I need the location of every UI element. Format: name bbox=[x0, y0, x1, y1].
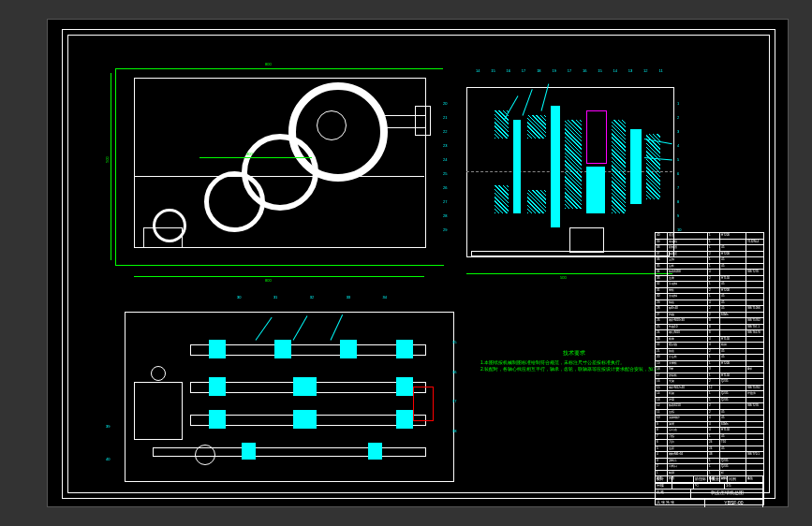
pulley-hub bbox=[317, 110, 347, 140]
balloon: 19 bbox=[552, 68, 555, 82]
tb-empty bbox=[694, 483, 725, 489]
tb-row: 批准 剥皮压缩机总图 bbox=[656, 489, 763, 500]
bom-cell: 45 bbox=[720, 257, 746, 263]
dim-line-v bbox=[111, 73, 111, 260]
bom-cell: 进料斗 bbox=[668, 459, 708, 464]
bom-cell bbox=[746, 464, 763, 470]
motor-plan bbox=[569, 227, 604, 253]
sheet-border: 800 500 bbox=[62, 29, 775, 499]
balloon: 12 bbox=[643, 68, 647, 82]
bom-cell: 从动轴 bbox=[668, 282, 708, 287]
balloon: 1 bbox=[677, 101, 687, 106]
bom-cell: 主轴 bbox=[668, 257, 708, 263]
balloon-plan-right: 35363738 bbox=[452, 340, 462, 433]
bom-cell bbox=[746, 252, 763, 257]
bom-cell: 45 bbox=[720, 294, 746, 300]
bom-cell: 45 bbox=[720, 416, 746, 421]
bom-cell: 2 bbox=[708, 276, 720, 282]
tb-row: 共 张 第 张 YBSF-00 bbox=[656, 500, 763, 507]
balloon-row-top: 14151617181917161514131211 bbox=[476, 68, 663, 82]
bom-cell bbox=[746, 361, 763, 367]
model-space[interactable]: 800 500 bbox=[47, 19, 789, 507]
bom-cell bbox=[746, 288, 763, 294]
balloon: 9 bbox=[677, 213, 687, 218]
tb-check-name bbox=[672, 483, 694, 489]
drawing-number: YBSF-00 bbox=[705, 500, 763, 507]
bom-cell: 1 bbox=[708, 391, 720, 397]
bom-cell: T10 bbox=[720, 440, 746, 446]
bom-cell bbox=[720, 318, 746, 324]
bom-cell: 2 bbox=[708, 410, 720, 416]
bom-cell: 2 bbox=[708, 313, 720, 318]
bom-cell: 45 bbox=[720, 434, 746, 440]
balloon: 16 bbox=[507, 68, 510, 82]
tb-row: 设计 阶段标记 重量 比例 bbox=[656, 476, 763, 483]
balloon: 21 bbox=[443, 115, 452, 120]
bom-cell: 20 bbox=[656, 355, 668, 360]
bom-cell: 8 bbox=[708, 330, 720, 336]
bom-cell: 机架 bbox=[668, 391, 708, 397]
dim-height: 500 bbox=[105, 156, 110, 163]
bom-cell: 1 bbox=[708, 282, 720, 287]
bom-cell: 1 bbox=[708, 245, 720, 251]
bom-cell: 24 bbox=[708, 440, 720, 446]
bom-cell: 65Mn bbox=[720, 313, 746, 318]
bom-cell: 29 bbox=[656, 300, 668, 306]
tb-design-name bbox=[672, 476, 694, 482]
balloon: 35 bbox=[452, 340, 462, 344]
bom-cell: 31 bbox=[656, 288, 668, 294]
bom-cell: 19 bbox=[656, 361, 668, 367]
bom-cell: 14 bbox=[656, 391, 668, 397]
gear-plan-2 bbox=[293, 410, 317, 429]
bom-cell: 45 bbox=[720, 446, 746, 452]
bom-cell: 3 bbox=[708, 367, 720, 373]
bom-cell: 45 bbox=[720, 410, 746, 416]
bom-cell: 40 bbox=[656, 233, 668, 239]
bom-cell: 24 bbox=[656, 330, 668, 336]
balloon: 14 bbox=[613, 68, 617, 82]
tb-design: 设计 bbox=[656, 476, 672, 482]
bom-cell: 7 bbox=[656, 434, 668, 440]
bom-cell: 45 bbox=[720, 306, 746, 312]
bom-body: 40底座1HT20039电动机1Y132M-438联轴器14537轴承座2HT2… bbox=[656, 233, 763, 476]
bearing bbox=[209, 410, 226, 429]
bearing bbox=[396, 377, 413, 396]
bearing bbox=[368, 443, 382, 460]
tb-scale: 1:5 bbox=[725, 483, 763, 489]
bom-cell: 17 bbox=[656, 373, 668, 379]
bom-cell: 支架 bbox=[668, 379, 708, 385]
bom-cell: 10 bbox=[656, 416, 668, 421]
balloon: 36 bbox=[452, 370, 462, 374]
bom-cell: 2 bbox=[708, 252, 720, 257]
balloon: 8 bbox=[677, 199, 687, 204]
dim-bottom bbox=[134, 276, 424, 277]
balloon: 34 bbox=[383, 295, 387, 304]
dim-bottom-text: 800 bbox=[265, 278, 272, 283]
balloon: 22 bbox=[443, 129, 452, 134]
bom-cell: 15 bbox=[656, 386, 668, 391]
bom-cell: 2 bbox=[708, 306, 720, 312]
bom-cell: 焊接件 bbox=[746, 391, 763, 397]
magenta-part bbox=[586, 110, 607, 164]
bom-cell: 联轴器 bbox=[668, 245, 708, 251]
balloon: 3 bbox=[677, 129, 687, 134]
bom-cell: 1 bbox=[708, 361, 720, 367]
bom-cell bbox=[746, 343, 763, 348]
bom-cell: HT150 bbox=[720, 373, 746, 379]
bom-cell: 21 bbox=[656, 349, 668, 355]
bom-cell: 30 bbox=[656, 294, 668, 300]
cad-viewport[interactable]: 800 500 bbox=[0, 0, 812, 526]
balloon: 17 bbox=[568, 68, 571, 82]
bom-cell: 27 bbox=[656, 313, 668, 318]
bom-cell: 48 bbox=[708, 452, 720, 458]
bom-cell: GB/T70.1 bbox=[746, 452, 763, 458]
red-marker bbox=[413, 387, 434, 421]
drawing-title: 剥皮压缩机总图 bbox=[691, 489, 763, 499]
bom-cell: 26 bbox=[656, 318, 668, 324]
pulley-plan bbox=[195, 445, 215, 465]
bom-cell: 1 bbox=[708, 257, 720, 263]
bom-cell: 11 bbox=[656, 410, 668, 416]
bom-cell bbox=[746, 294, 763, 300]
bom-cell bbox=[746, 257, 763, 263]
hatch-3 bbox=[527, 115, 546, 139]
